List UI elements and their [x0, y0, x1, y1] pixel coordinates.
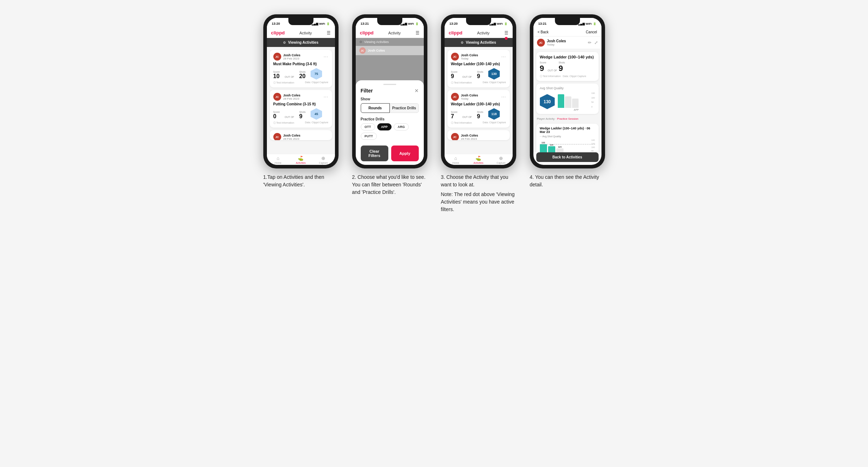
nav-capture-label-3: Capture — [497, 162, 505, 164]
user-date-1-2: 28 Feb 2023 — [283, 97, 301, 100]
activity-card-1-1[interactable]: JC Josh Coles 28 Feb 2023 ··· Must Make … — [270, 50, 332, 87]
detail-shots-val-4: 9 — [558, 64, 563, 73]
user-info-3-3: Josh Coles 28 Feb 2023 — [461, 134, 478, 140]
header-title-2: Activity — [388, 31, 401, 35]
y-label-140: 130 — [591, 92, 595, 94]
score-val-1-2: 0 — [273, 113, 277, 119]
bar-chart-x-label-4: APP — [558, 109, 595, 111]
phone-notch-4 — [555, 18, 580, 25]
edit-icon-4[interactable]: ✏ — [588, 40, 591, 45]
card-title-3-1: Wedge Ladder (100–140 yds) — [451, 62, 506, 66]
avatar-4: JC — [537, 39, 545, 47]
viewing-banner-3[interactable]: ⚙ Viewing Activities — [445, 38, 513, 47]
apply-btn-2[interactable]: Apply — [391, 146, 419, 161]
menu-icon-3[interactable]: ☰ — [504, 30, 508, 35]
data-source-1-2: Data: Clippd Capture — [305, 121, 328, 125]
battery-icon: 🔋 — [326, 22, 330, 25]
phone-col-4: 13:21 ▂▄▆ WiFi 🔋 < Back Cancel JC — [528, 14, 607, 189]
nav-activities-1[interactable]: ⛳ Activities — [289, 156, 312, 164]
activity-card-1-3[interactable]: JC Josh Coles 28 Feb 2023 — [270, 130, 332, 140]
nav-home-label-1: Home — [275, 162, 282, 164]
data-source-1-1: Data: Clippd Capture — [305, 81, 328, 85]
pill-ott-2[interactable]: OTT — [361, 123, 375, 130]
phone-col-3: 13:20 ▂▄▆ WiFi 🔋 clippd Activity ☰ ⚙ — [439, 14, 518, 213]
clear-filters-btn-2[interactable]: Clear Filters — [361, 146, 388, 161]
card-footer-3-1: ⓘ Test Information Data: Clippd Capture — [451, 81, 506, 85]
viewing-banner-1[interactable]: ⚙ Viewing Activities — [267, 38, 335, 47]
sq-hex-3-2: 118 — [488, 108, 500, 120]
phone-1-inner: 13:20 ▂▄▆ WiFi 🔋 clippd Activity ☰ ⚙ — [267, 18, 335, 165]
status-icons-4: ▂▄▆ WiFi 🔋 — [578, 22, 596, 25]
avatar-1-3: JC — [273, 133, 281, 140]
app-header-1: clippd Activity ☰ — [267, 28, 335, 38]
three-dots-3-2[interactable]: ··· — [501, 94, 506, 99]
header-title-1: Activity — [299, 31, 312, 35]
capture-icon-1: ⊕ — [321, 156, 325, 161]
pill-app-2[interactable]: APP — [377, 123, 392, 130]
user-info-3-2: Josh Coles Today — [461, 94, 478, 100]
phone-3: 13:20 ▂▄▆ WiFi 🔋 clippd Activity ☰ ⚙ — [441, 14, 516, 168]
toggle-practice-2[interactable]: Practice Drills — [390, 103, 419, 113]
three-dots-3-1[interactable]: ··· — [501, 54, 506, 59]
caption-3: 3. Choose the Activity that you want to … — [441, 173, 516, 213]
expand-icon-4[interactable]: ⤢ — [594, 40, 598, 45]
activity-card-3-3[interactable]: JC Josh Coles 28 Feb 2023 — [447, 130, 510, 140]
activity-card-1-2[interactable]: JC Josh Coles 28 Feb 2023 ··· Putting Co… — [270, 90, 332, 128]
pill-putt-2[interactable]: PUTT — [361, 133, 377, 140]
three-dots-1-2[interactable]: ··· — [323, 94, 328, 99]
cancel-btn-4[interactable]: Cancel — [586, 30, 597, 34]
avg-sq-content-4: 130 — [540, 92, 595, 111]
nav-capture-3[interactable]: ⊕ Capture — [490, 156, 512, 164]
nav-activities-3[interactable]: ⛳ Activities — [467, 156, 490, 164]
toggle-rounds-2[interactable]: Rounds — [361, 103, 390, 113]
logo-1: clippd — [271, 30, 285, 35]
phone-2: 13:21 ▂▄▆ WiFi 🔋 clippd Activity ☰ ⚙ — [352, 14, 427, 168]
card-user-4: JC Josh Coles Today — [537, 39, 566, 47]
test-info-3-1: ⓘ Test Information — [451, 81, 472, 85]
shots-val-3-2: 9 — [477, 113, 480, 119]
user-date-3-2: Today — [461, 97, 478, 100]
score-block-3-2: Score 7 — [451, 111, 457, 120]
menu-icon-2[interactable]: ☰ — [416, 30, 419, 35]
shots-val-1-1: 20 — [299, 73, 306, 79]
shots-label-3-2: Shots — [477, 111, 483, 113]
nav-capture-1[interactable]: ⊕ Capture — [312, 156, 335, 164]
three-dots-1-1[interactable]: ··· — [323, 54, 328, 59]
detail-content-4: Wedge Ladder (100–140 yds) Score 9 OUT O… — [533, 49, 601, 152]
card-header-1-3: JC Josh Coles 28 Feb 2023 — [273, 133, 329, 140]
detail-drill-title-4: Wedge Ladder (100–140 yds) — [540, 55, 594, 59]
user-name-1-2: Josh Coles — [283, 94, 301, 97]
card-title-3-2: Wedge Ladder (100–140 yds) — [451, 102, 506, 106]
avg-sq-card-4: Avg Shot Quality 130 — [536, 84, 599, 114]
back-btn-4[interactable]: < Back — [538, 30, 549, 34]
test-info-1-2: ⓘ Test Information — [273, 121, 294, 125]
phone-notch-2 — [377, 18, 402, 25]
logo-2: clippd — [360, 30, 374, 35]
phone-notch-1 — [288, 18, 313, 25]
y-label-100: 100 — [591, 97, 595, 99]
nav-home-1[interactable]: ⌂ Home — [267, 156, 289, 164]
menu-icon-1[interactable]: ☰ — [327, 30, 331, 35]
caption-1: 1.Tap on Activities and then 'Viewing Ac… — [263, 173, 339, 189]
phone-1: 13:20 ▂▄▆ WiFi 🔋 clippd Activity ☰ ⚙ — [263, 14, 339, 168]
activity-card-3-2[interactable]: JC Josh Coles Today ··· Wedge Ladder (10… — [447, 90, 510, 128]
detail-score-label-4: Score — [540, 61, 546, 64]
close-btn-2[interactable]: ✕ — [414, 88, 419, 94]
nav-home-3[interactable]: ⌂ Home — [445, 156, 467, 164]
detail-footer-4: ⓘ Test Information Data: Clippd Capture — [540, 75, 595, 78]
card-header-1-2: JC Josh Coles 28 Feb 2023 ··· — [273, 93, 329, 101]
card-stats-1-2: Score 0 OUT OF Shots 9 45 — [273, 108, 329, 120]
y-label-0: 0 — [591, 106, 595, 108]
activity-card-3-1[interactable]: JC Josh Coles Today ··· Wedge Ladder (10… — [447, 50, 510, 87]
card-title-1-2: Putting Combine (3-15 ft) — [273, 102, 329, 106]
filter-sheet-2: Filter ✕ Show Rounds Practice Drills Pra… — [356, 80, 424, 165]
data-source-3-1: Data: Clippd Capture — [483, 81, 506, 85]
score-label-1-1: Score — [273, 71, 280, 73]
score-label-3-1: Score — [451, 71, 457, 73]
back-to-activities-btn-4[interactable]: Back to Activities — [536, 152, 599, 162]
battery-icon-2: 🔋 — [415, 22, 419, 25]
card-footer-1-1: ⓘ Test Information Data: Clippd Capture — [273, 81, 329, 85]
pill-arg-2[interactable]: ARG — [394, 123, 409, 130]
toggle-row-2: Rounds Practice Drills — [361, 103, 419, 113]
ps-link-4[interactable]: Practice Session — [557, 117, 579, 120]
